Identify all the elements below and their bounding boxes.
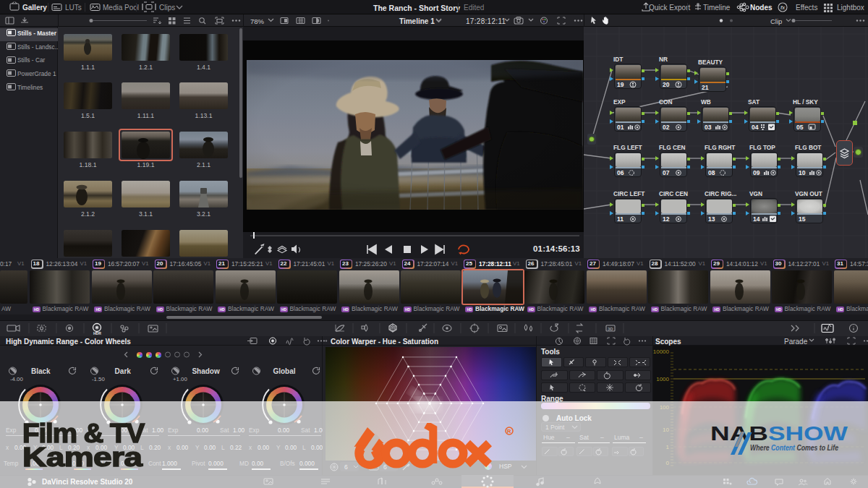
svg-text:fx: fx [780, 5, 786, 10]
svg-text:3D: 3D [608, 327, 613, 331]
svg-text:1000: 1000 [656, 376, 669, 382]
svg-text:10000: 10000 [653, 348, 670, 355]
svg-text:SHOW: SHOW [768, 421, 848, 445]
svg-text:Where Content Comes to Life: Where Content Comes to Life [750, 444, 838, 452]
svg-text:HDR: HDR [93, 331, 101, 335]
svg-text:R: R [507, 428, 511, 435]
